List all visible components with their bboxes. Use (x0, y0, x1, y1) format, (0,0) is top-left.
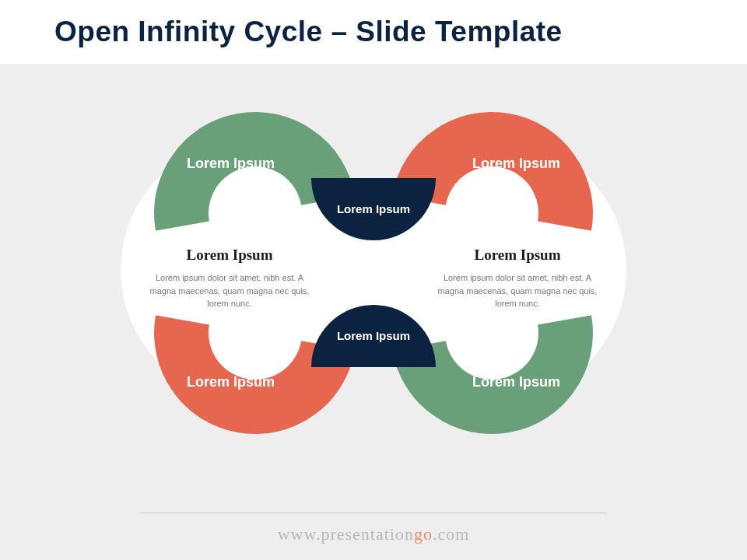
arc-label-bottom-right: Lorem Ipsum (472, 374, 560, 390)
hub-bottom-label: Lorem Ipsum (337, 329, 410, 344)
footer-divider (140, 513, 607, 513)
slide-header: Open Infinity Cycle – Slide Template (0, 0, 747, 64)
content-left-title: Lorem Ipsum (148, 247, 311, 264)
content-left-body: Lorem ipsum dolor sit amet, nibh est. A … (148, 271, 311, 310)
footer-post: .com (433, 524, 469, 544)
content-right-body: Lorem ipsum dolor sit amet, nibh est. A … (436, 271, 599, 310)
footer-url: www.presentationgo.com (0, 524, 747, 544)
content-block-right: Lorem Ipsum Lorem ipsum dolor sit amet, … (436, 247, 599, 310)
slide-title: Open Infinity Cycle – Slide Template (54, 16, 563, 48)
content-right-title: Lorem Ipsum (436, 247, 599, 264)
arc-label-top-left: Lorem Ipsum (187, 156, 275, 172)
content-block-left: Lorem Ipsum Lorem ipsum dolor sit amet, … (148, 247, 311, 310)
hub-top-label: Lorem Ipsum (337, 202, 410, 217)
arc-label-top-right: Lorem Ipsum (472, 156, 560, 172)
footer-mid: presentation (321, 524, 414, 544)
footer-accent: go (414, 524, 433, 544)
diagram-stage: Lorem Ipsum Lorem Ipsum Lorem Ipsum Lore… (0, 64, 747, 506)
arc-label-bottom-left: Lorem Ipsum (187, 374, 275, 390)
footer-pre: www. (278, 524, 321, 544)
